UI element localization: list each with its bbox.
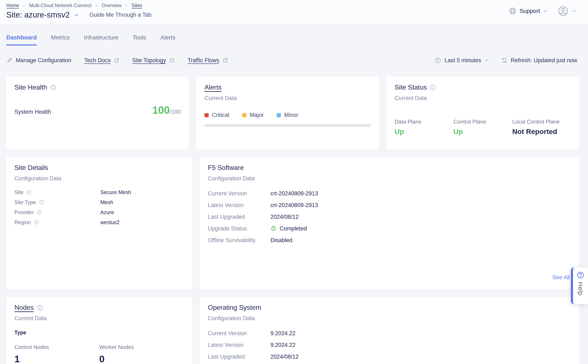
os-current-version-value: 9.2024.22: [271, 330, 296, 337]
info-icon[interactable]: [430, 84, 436, 91]
control-plane-status: Control Plane Up: [453, 118, 512, 136]
alerts-card: Alerts Current Data Critical Major Minor: [196, 76, 379, 150]
control-nodes-stat: Control Nodes 1: [14, 344, 99, 364]
system-health-row: System Health 100/100: [14, 104, 181, 116]
site-type-value: Mesh: [100, 199, 113, 205]
worker-nodes-label: Worker Nodes: [99, 344, 184, 351]
tech-docs-label: Tech Docs: [84, 57, 110, 64]
see-all-link[interactable]: See All: [552, 274, 570, 281]
site-status-card: Site Status Current Data Data Plane Up C…: [386, 76, 580, 150]
tab-alerts[interactable]: Alerts: [161, 34, 175, 46]
provider-row: Provider Azure: [14, 207, 184, 217]
traffic-flows-label: Traffic Flows: [187, 57, 219, 64]
last-upgraded-value: 2024/08/12: [271, 214, 299, 220]
provider-label: Provider: [14, 209, 34, 215]
info-icon[interactable]: [39, 200, 44, 205]
chevron-right-icon: [95, 4, 98, 7]
tab-infrastructure[interactable]: Infrastructure: [84, 34, 118, 46]
site-details-title: Site Details: [14, 164, 48, 172]
guide-me-link[interactable]: Guide Me Through a Tab: [89, 12, 151, 18]
nodes-type-label: Type: [14, 330, 184, 336]
last-upgraded-label: Last Upgraded: [208, 214, 271, 220]
tech-docs-link[interactable]: Tech Docs: [84, 57, 119, 64]
control-plane-label: Control Plane: [453, 118, 512, 125]
tab-dashboard[interactable]: Dashboard: [6, 34, 37, 46]
f5-software-card: F5 Software Configuration Data Current V…: [199, 156, 580, 289]
external-link-icon: [114, 58, 119, 63]
region-label: Region: [14, 219, 31, 225]
manage-configuration-label: Manage Configuration: [16, 57, 71, 64]
control-nodes-value: 1: [14, 353, 99, 364]
chevron-down-icon: [543, 9, 548, 13]
os-latest-version-label: Latest Version: [208, 342, 271, 348]
offline-survivability-value: Disabled: [271, 237, 292, 244]
current-version-label: Current Version: [208, 190, 271, 197]
major-label: Major: [250, 112, 264, 118]
current-version-row: Current Version crt-20240809-2913: [208, 188, 571, 199]
latest-version-label: Latest Version: [208, 202, 271, 208]
worker-nodes-value: 0: [99, 353, 184, 364]
question-circle-icon: [576, 271, 584, 279]
nodes-card: Nodes Current Data Type Control Nodes 1 …: [6, 296, 193, 364]
os-current-version-row: Current Version 9.2024.22: [208, 327, 571, 339]
breadcrumb-home[interactable]: Home: [6, 3, 19, 8]
f5-software-subtitle: Configuration Data: [208, 175, 571, 182]
tab-tools[interactable]: Tools: [132, 34, 146, 46]
offline-survivability-row: Offline Survivability Disabled: [208, 234, 571, 246]
avatar-icon: [557, 6, 569, 17]
offline-survivability-label: Offline Survivability: [208, 237, 271, 244]
info-icon[interactable]: [37, 305, 43, 311]
alerts-subtitle: Current Data: [205, 95, 371, 101]
site-health-title: Site Health: [14, 84, 47, 91]
help-tab[interactable]: Help: [571, 267, 588, 304]
local-control-plane-value: Not Reported: [512, 128, 571, 136]
nodes-title-link[interactable]: Nodes: [14, 304, 34, 312]
manage-configuration-button[interactable]: Manage Configuration: [6, 57, 71, 64]
last-upgraded-row: Last Upgraded 2024/08/12: [208, 211, 571, 223]
top-header: Home Multi-Cloud Network Connect Overvie…: [0, 0, 588, 25]
dashboard-cards: Site Health System Health 100/100 Alerts…: [6, 76, 580, 364]
site-selector-chevron-down-icon[interactable]: [73, 12, 79, 18]
os-last-upgraded-value: 2024/08/12: [271, 354, 299, 360]
site-value: Secure Mesh: [100, 189, 131, 195]
minor-swatch-icon: [277, 113, 281, 117]
support-menu[interactable]: Support: [509, 7, 548, 15]
major-swatch-icon: [242, 113, 246, 117]
help-label: Help: [577, 282, 584, 296]
tab-metrics[interactable]: Metrics: [51, 34, 70, 46]
alerts-title-link[interactable]: Alerts: [205, 84, 222, 91]
account-menu[interactable]: [557, 6, 577, 17]
control-nodes-label: Control Nodes: [14, 344, 99, 351]
info-icon[interactable]: [50, 84, 56, 91]
chevron-right-icon: [23, 4, 26, 7]
time-range-value: Last 5 minutes: [445, 57, 481, 64]
info-icon[interactable]: [34, 220, 39, 225]
info-icon[interactable]: [26, 190, 31, 195]
data-plane-status: Data Plane Up: [394, 118, 453, 136]
dashboard-toolbar: Manage Configuration Tech Docs Site Topo…: [6, 54, 577, 66]
breadcrumb-sites[interactable]: Sites: [131, 3, 142, 8]
alerts-empty-bar: [205, 124, 371, 127]
score-total: /100: [170, 109, 181, 115]
site-details-subtitle: Configuration Data: [14, 175, 184, 182]
data-plane-label: Data Plane: [394, 118, 453, 125]
info-icon[interactable]: [37, 210, 42, 215]
site-label: Site: [14, 189, 23, 195]
os-last-upgraded-row: Last Upgraded 2024/08/12: [208, 351, 571, 363]
refresh-button[interactable]: Refresh: Updated just now: [501, 57, 577, 64]
site-type-label: Site Type: [14, 199, 36, 205]
chevron-right-icon: [125, 4, 128, 7]
refresh-status-label: Refresh: Updated just now: [511, 57, 577, 64]
region-row: Region westus2: [14, 217, 184, 227]
time-range-selector[interactable]: Last 5 minutes: [435, 57, 489, 64]
critical-label: Critical: [212, 112, 229, 118]
traffic-flows-link[interactable]: Traffic Flows: [187, 57, 228, 64]
os-current-version-label: Current Version: [208, 330, 271, 337]
upgrade-status-label: Upgrade Status: [208, 225, 271, 232]
operating-system-subtitle: Configuration Data: [208, 315, 571, 322]
data-plane-value: Up: [394, 128, 453, 136]
site-topology-link[interactable]: Site Topology: [132, 57, 175, 64]
current-version-value: crt-20240809-2913: [271, 190, 318, 197]
site-details-card: Site Details Configuration Data Site Sec…: [6, 156, 193, 289]
system-health-label: System Health: [14, 109, 51, 115]
